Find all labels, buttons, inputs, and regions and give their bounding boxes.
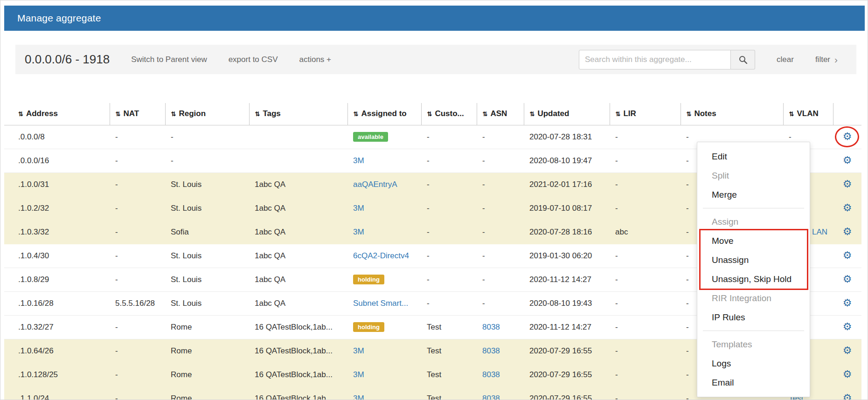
cell-text: -	[686, 251, 689, 260]
search-input[interactable]	[579, 50, 731, 69]
menu-item-ip-rules[interactable]: IP Rules	[697, 308, 810, 327]
cell-text: 2021-02-01 17:16	[529, 180, 592, 189]
column-header-address[interactable]: ⇅Address	[4, 103, 110, 125]
menu-item-move[interactable]: Move	[697, 231, 810, 250]
gear-icon[interactable]: ⚙	[843, 392, 852, 400]
cell-text: -	[686, 156, 689, 165]
gear-icon[interactable]: ⚙	[843, 273, 852, 285]
cell-text: -	[686, 132, 689, 141]
column-header-region[interactable]: ⇅Region	[165, 103, 249, 125]
cell-text: -	[427, 299, 430, 308]
cell-text: 2019-01-30 06:20	[529, 251, 592, 260]
cell-asn: 8038	[477, 386, 524, 400]
gear-icon[interactable]: ⚙	[843, 321, 852, 332]
cell-actions: ⚙	[833, 125, 861, 149]
column-header-updated[interactable]: ⇅Updated	[524, 103, 610, 125]
menu-item-templates[interactable]: Templates	[697, 335, 810, 354]
column-header-nat[interactable]: ⇅NAT	[110, 103, 165, 125]
cell-link[interactable]: 8038	[482, 394, 500, 400]
filter-link[interactable]: filter ›	[815, 55, 838, 64]
gear-icon[interactable]: ⚙	[843, 226, 852, 237]
cell-text: -	[686, 346, 689, 355]
cell-text: 1abc QA	[255, 204, 285, 213]
menu-item-email[interactable]: Email	[697, 373, 810, 392]
cell-assigned-to: 3M	[347, 363, 421, 386]
cell-link[interactable]: aaQAEntryA	[353, 180, 397, 189]
menu-item-rir-integration[interactable]: RIR Integration	[697, 289, 810, 308]
cell-updated: 2021-02-01 17:16	[524, 172, 610, 196]
gear-icon[interactable]: ⚙	[843, 368, 852, 380]
gear-icon[interactable]: ⚙	[843, 131, 852, 142]
cell-link[interactable]: 3M	[353, 228, 364, 236]
cell-text: St. Louis	[171, 251, 201, 260]
menu-item-unassign[interactable]: Unassign	[697, 250, 810, 269]
gear-icon[interactable]: ⚙	[843, 345, 852, 356]
cell-link[interactable]: 3M	[353, 370, 364, 379]
menu-item-logs[interactable]: Logs	[697, 354, 810, 373]
cell-tags: 1abc QA	[249, 196, 347, 220]
switch-parent-view-link[interactable]: Switch to Parent view	[131, 55, 207, 64]
cell-address: .1.1.0/24	[4, 386, 110, 400]
cell-customer: -	[421, 220, 477, 244]
cell-region: St. Louis	[165, 196, 249, 220]
gear-icon[interactable]: ⚙	[843, 249, 852, 261]
cell-link[interactable]: 8038	[482, 323, 500, 331]
cell-link[interactable]: 8038	[482, 370, 500, 379]
column-header-vlan[interactable]: ⇅VLAN	[783, 103, 833, 125]
cell-asn: -	[477, 220, 524, 244]
column-header-assigned-to[interactable]: ⇅Assigned to	[347, 103, 421, 125]
cell-updated: 2020-07-28 18:16	[524, 220, 610, 244]
cell-link[interactable]: 3M	[353, 156, 364, 165]
cell-link[interactable]: 8038	[482, 346, 500, 355]
cell-customer: -	[421, 268, 477, 291]
cell-text: -	[615, 299, 618, 308]
column-header-asn[interactable]: ⇅ASN	[477, 103, 524, 125]
cell-lir: -	[610, 339, 681, 363]
cell-text: -	[615, 156, 618, 165]
aggregate-label: 0.0.0.0/6 - 1918	[25, 52, 110, 67]
cell-text: -	[482, 228, 485, 236]
cell-link[interactable]: 3M	[353, 204, 364, 213]
column-header-notes[interactable]: ⇅Notes	[681, 103, 783, 125]
menu-item-split[interactable]: Split	[697, 166, 810, 185]
menu-item-merge[interactable]: Merge	[697, 185, 810, 204]
cell-lir: -	[610, 196, 681, 220]
cell-actions: ⚙	[833, 244, 861, 268]
cell-link[interactable]: 3M	[353, 394, 364, 400]
cell-asn: -	[477, 172, 524, 196]
search-button[interactable]	[731, 50, 755, 69]
cell-text: -	[686, 180, 689, 189]
cell-text: .1.0.32/27	[18, 323, 54, 331]
column-label: NAT	[123, 109, 139, 118]
cell-link[interactable]: 6cQA2-Directv4	[353, 251, 409, 260]
cell-text: -	[115, 180, 118, 189]
column-header-tags[interactable]: ⇅Tags	[249, 103, 347, 125]
gear-icon[interactable]: ⚙	[843, 178, 852, 190]
sort-icon: ⇅	[427, 110, 432, 117]
cell-text: .1.0.128/25	[18, 370, 58, 379]
gear-icon[interactable]: ⚙	[843, 154, 852, 166]
cell-text: -	[615, 346, 618, 355]
cell-lir: -	[610, 315, 681, 339]
column-label: LIR	[623, 109, 636, 118]
cell-link[interactable]: Subnet Smart...	[353, 299, 408, 308]
export-csv-link[interactable]: export to CSV	[229, 55, 278, 64]
column-label: Address	[26, 109, 58, 118]
gear-icon[interactable]: ⚙	[843, 202, 852, 214]
cell-link[interactable]: LAN	[812, 228, 827, 236]
cell-text: 1abc QA	[255, 275, 285, 284]
menu-item-assign[interactable]: Assign	[697, 212, 810, 231]
clear-link[interactable]: clear	[777, 55, 794, 64]
cell-link[interactable]: 3M	[353, 346, 364, 355]
search-group	[579, 50, 755, 69]
column-header-lir[interactable]: ⇅LIR	[610, 103, 681, 125]
column-header-customer[interactable]: ⇅Custo...	[421, 103, 477, 125]
cell-text: -	[615, 251, 618, 260]
cell-region: -	[165, 125, 249, 149]
cell-text: Sofia	[171, 228, 189, 236]
sort-icon: ⇅	[255, 110, 260, 117]
menu-item-unassign-skip-hold[interactable]: Unassign, Skip Hold	[697, 269, 810, 289]
actions-link[interactable]: actions +	[299, 55, 331, 64]
gear-icon[interactable]: ⚙	[843, 297, 852, 309]
menu-item-edit[interactable]: Edit	[697, 147, 810, 166]
